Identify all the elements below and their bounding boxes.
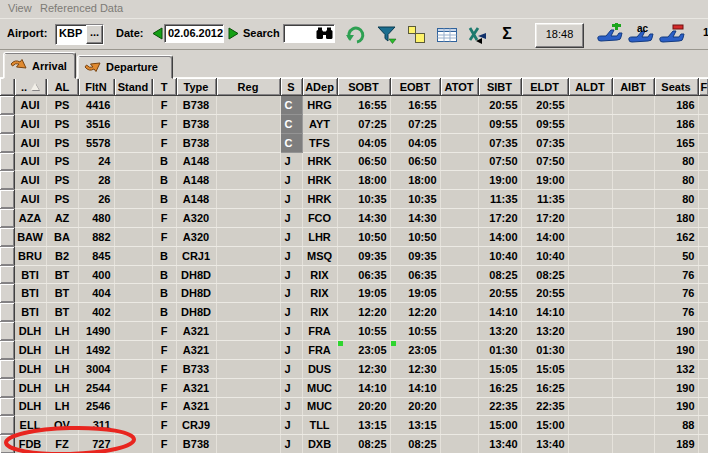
type-cell[interactable]: B738: [176, 96, 216, 115]
s-cell[interactable]: J: [280, 435, 302, 453]
airline-icao-cell[interactable]: AUI: [14, 114, 46, 133]
stand-cell[interactable]: [114, 378, 152, 397]
stand-cell[interactable]: [114, 416, 152, 435]
sibt-cell[interactable]: 19:00: [478, 171, 521, 190]
table-row[interactable]: BRUB2845BCRJ1JMSQ09:3509:3510:4010:4050: [0, 246, 708, 265]
t-cell[interactable]: B: [152, 152, 176, 171]
col-header-sobt[interactable]: SOBT: [337, 78, 390, 96]
reg-cell[interactable]: [216, 246, 280, 265]
table-row[interactable]: BTIBT402BDH8DJRIX12:2012:2014:1014:1076: [0, 303, 708, 322]
eobt-cell[interactable]: 23:05: [390, 340, 440, 359]
al-cell[interactable]: PS: [46, 152, 78, 171]
stand-cell[interactable]: [114, 340, 152, 359]
aibt-cell[interactable]: [612, 209, 654, 228]
sobt-cell[interactable]: 10:35: [337, 190, 390, 209]
fltn-cell[interactable]: 2546: [78, 397, 114, 416]
sibt-cell[interactable]: 07:50: [478, 152, 521, 171]
aldt-cell[interactable]: [568, 284, 612, 303]
aldt-cell[interactable]: [568, 96, 612, 115]
airline-icao-cell[interactable]: AUI: [14, 190, 46, 209]
sibt-cell[interactable]: 15:00: [478, 416, 521, 435]
sobt-cell[interactable]: 04:05: [337, 133, 390, 152]
col-header-fltn[interactable]: FltN: [78, 78, 114, 96]
al-cell[interactable]: PS: [46, 190, 78, 209]
s-cell[interactable]: J: [280, 171, 302, 190]
clipped-cell[interactable]: [698, 114, 708, 133]
clipped-cell[interactable]: [698, 265, 708, 284]
aibt-cell[interactable]: [612, 227, 654, 246]
sobt-cell[interactable]: 23:05: [337, 340, 390, 359]
stand-cell[interactable]: [114, 303, 152, 322]
t-cell[interactable]: B: [152, 171, 176, 190]
sibt-cell[interactable]: 13:40: [478, 435, 521, 453]
t-cell[interactable]: F: [152, 378, 176, 397]
eldt-cell[interactable]: 13:40: [521, 435, 568, 453]
fltn-cell[interactable]: 2544: [78, 378, 114, 397]
aibt-cell[interactable]: [612, 378, 654, 397]
aibt-cell[interactable]: [612, 322, 654, 341]
t-cell[interactable]: F: [152, 359, 176, 378]
col-header-adep[interactable]: ADep: [302, 78, 337, 96]
eobt-cell[interactable]: 04:05: [390, 133, 440, 152]
sibt-cell[interactable]: 09:55: [478, 114, 521, 133]
remove-flight-icon[interactable]: [658, 23, 686, 46]
airline-icao-cell[interactable]: BTI: [14, 303, 46, 322]
airline-icao-cell[interactable]: AUI: [14, 96, 46, 115]
stand-cell[interactable]: [114, 322, 152, 341]
eldt-cell[interactable]: 15:05: [521, 359, 568, 378]
fltn-cell[interactable]: 1492: [78, 340, 114, 359]
sobt-cell[interactable]: 16:55: [337, 96, 390, 115]
sobt-cell[interactable]: 19:05: [337, 284, 390, 303]
adep-cell[interactable]: FCO: [302, 209, 337, 228]
fltn-cell[interactable]: 1490: [78, 322, 114, 341]
al-cell[interactable]: BT: [46, 284, 78, 303]
fltn-cell[interactable]: 3004: [78, 359, 114, 378]
eldt-cell[interactable]: 20:55: [521, 284, 568, 303]
seats-cell[interactable]: 186: [654, 96, 698, 115]
excel-export-icon[interactable]: [466, 25, 488, 45]
s-cell[interactable]: J: [280, 322, 302, 341]
aldt-cell[interactable]: [568, 190, 612, 209]
s-cell[interactable]: J: [280, 359, 302, 378]
adep-cell[interactable]: HRK: [302, 171, 337, 190]
aibt-cell[interactable]: [612, 303, 654, 322]
aldt-cell[interactable]: [568, 322, 612, 341]
clipped-cell[interactable]: [698, 246, 708, 265]
eobt-cell[interactable]: 20:20: [390, 397, 440, 416]
clipped-cell[interactable]: [698, 209, 708, 228]
adep-cell[interactable]: TLL: [302, 416, 337, 435]
eldt-cell[interactable]: 16:25: [521, 378, 568, 397]
t-cell[interactable]: B: [152, 190, 176, 209]
aibt-cell[interactable]: [612, 152, 654, 171]
reg-cell[interactable]: [216, 284, 280, 303]
sobt-cell[interactable]: 10:55: [337, 322, 390, 341]
adep-cell[interactable]: RIX: [302, 303, 337, 322]
t-cell[interactable]: F: [152, 227, 176, 246]
adep-cell[interactable]: MUC: [302, 378, 337, 397]
row-selector[interactable]: [0, 152, 14, 171]
airline-icao-cell[interactable]: DLH: [14, 322, 46, 341]
aldt-cell[interactable]: [568, 303, 612, 322]
eldt-cell[interactable]: 07:35: [521, 133, 568, 152]
s-cell[interactable]: J: [280, 246, 302, 265]
seats-cell[interactable]: 80: [654, 171, 698, 190]
reg-cell[interactable]: [216, 96, 280, 115]
eobt-cell[interactable]: 10:55: [390, 322, 440, 341]
fltn-cell[interactable]: 311: [78, 416, 114, 435]
col-header-atot[interactable]: ATOT: [440, 78, 478, 96]
sobt-cell[interactable]: 06:50: [337, 152, 390, 171]
date-next-button[interactable]: [227, 27, 239, 41]
reg-cell[interactable]: [216, 209, 280, 228]
type-cell[interactable]: A320: [176, 209, 216, 228]
sobt-cell[interactable]: 10:50: [337, 227, 390, 246]
row-selector[interactable]: [0, 340, 14, 359]
type-cell[interactable]: CRJ1: [176, 246, 216, 265]
t-cell[interactable]: F: [152, 209, 176, 228]
al-cell[interactable]: LH: [46, 397, 78, 416]
stand-cell[interactable]: [114, 397, 152, 416]
airport-input[interactable]: KBP: [56, 25, 86, 44]
sibt-cell[interactable]: 20:55: [478, 96, 521, 115]
atot-cell[interactable]: [440, 96, 478, 115]
row-selector[interactable]: [0, 190, 14, 209]
sibt-cell[interactable]: 13:20: [478, 322, 521, 341]
